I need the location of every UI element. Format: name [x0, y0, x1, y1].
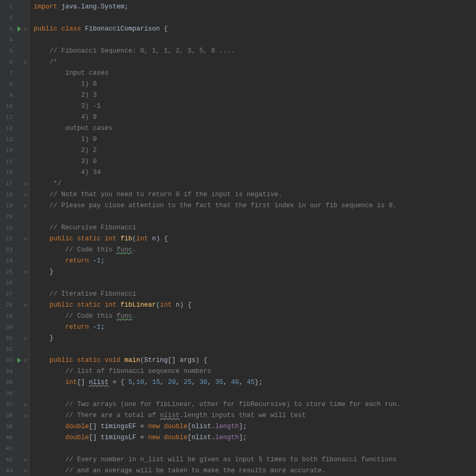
fold-gutter-cell: ⊟	[22, 300, 29, 311]
code-line[interactable]: int[] nlist = { 5,10, 15, 20, 25, 30, 35…	[34, 377, 476, 388]
code-line[interactable]: }	[34, 333, 476, 344]
fold-gutter-cell	[22, 289, 29, 300]
code-line[interactable]: 3) 0	[34, 156, 476, 167]
line-number: 11	[0, 112, 22, 123]
line-number: 40	[0, 432, 22, 443]
code-line[interactable]: double[] timingsEF = new double[nlist.le…	[34, 421, 476, 432]
code-line[interactable]: // Fibonacci Sequence: 0, 1, 1, 2, 3, 5,…	[34, 46, 476, 57]
code-line[interactable]: // Please pay close attention to the fac…	[34, 200, 476, 211]
code-line[interactable]: // There are a total of nlist.length inp…	[34, 410, 476, 421]
code-line[interactable]: /*	[34, 57, 476, 68]
fold-close-icon[interactable]: ⊟	[23, 204, 28, 208]
fold-open-icon[interactable]: ⊟	[23, 303, 28, 308]
fold-open-icon[interactable]: ⊟	[23, 193, 28, 197]
fold-close-icon[interactable]: ⊟	[23, 336, 28, 341]
fold-gutter-cell	[22, 2, 29, 13]
fold-open-icon[interactable]: ⊟	[23, 358, 28, 363]
code-line[interactable]: 1) 0	[34, 134, 476, 145]
fold-gutter-cell	[22, 79, 29, 90]
fold-gutter-cell	[22, 432, 29, 443]
fold-gutter: ⊟⊟⊟⊟⊟⊟⊟⊟⊟⊟⊟⊟⊟⊟	[22, 0, 29, 476]
code-line[interactable]	[34, 443, 476, 454]
fold-close-icon[interactable]: ⊟	[23, 181, 28, 186]
line-number: 4	[0, 35, 22, 46]
run-gutter-icon[interactable]	[17, 358, 21, 363]
fold-gutter-cell	[22, 167, 29, 178]
code-line[interactable]: // Recursive Fibonacci	[34, 222, 476, 234]
line-number: 24	[0, 256, 22, 267]
code-line[interactable]	[34, 278, 476, 289]
code-line[interactable]: */	[34, 178, 476, 189]
code-line[interactable]: 1) 0	[34, 79, 476, 90]
code-line[interactable]: // Code this func.	[34, 245, 476, 256]
code-area[interactable]: import java.lang.System;public class Fib…	[29, 0, 476, 476]
code-editor: 1234567891011121314151617181920212223242…	[0, 0, 476, 476]
fold-gutter-cell: ⊟	[22, 200, 29, 211]
code-line[interactable]: // and an average will be taken to make …	[34, 465, 476, 476]
fold-open-icon[interactable]: ⊟	[23, 402, 28, 407]
fold-gutter-cell: ⊟	[22, 465, 29, 476]
fold-gutter-cell	[22, 211, 29, 222]
fold-open-icon[interactable]: ⊟	[23, 27, 28, 32]
line-number: 22	[0, 234, 22, 245]
fold-gutter-cell	[22, 123, 29, 134]
fold-gutter-cell	[22, 46, 29, 57]
code-line[interactable]	[34, 13, 476, 24]
fold-open-icon[interactable]: ⊟	[23, 458, 28, 462]
code-line[interactable]	[34, 35, 476, 46]
run-gutter-icon[interactable]	[17, 26, 21, 32]
line-number: 31	[0, 333, 22, 344]
code-line[interactable]: double[] timingsLF = new double[nlist.le…	[34, 432, 476, 443]
code-line[interactable]	[34, 388, 476, 399]
line-number: 43	[0, 465, 22, 476]
line-number: 21	[0, 222, 22, 234]
line-number: 8	[0, 79, 22, 90]
line-number: 38	[0, 410, 22, 421]
code-line[interactable]: // Two arrays (one for fibLinear, other …	[34, 399, 476, 410]
line-number-gutter: 1234567891011121314151617181920212223242…	[0, 0, 22, 476]
code-line[interactable]: 2) 3	[34, 90, 476, 101]
code-line[interactable]: // Iterative Fibonacci	[34, 289, 476, 300]
code-line[interactable]: input cases	[34, 68, 476, 79]
fold-close-icon[interactable]: ⊟	[23, 413, 28, 418]
fold-gutter-cell	[22, 134, 29, 145]
fold-gutter-cell	[22, 256, 29, 267]
code-line[interactable]: public static int fibLinear(int n) {	[34, 300, 476, 311]
code-line[interactable]: return -1;	[34, 256, 476, 267]
code-line[interactable]: // Every number in n_list will be given …	[34, 454, 476, 465]
line-number: 5	[0, 46, 22, 57]
fold-open-icon[interactable]: ⊟	[23, 60, 28, 65]
line-number: 3	[0, 24, 22, 35]
line-number: 39	[0, 421, 22, 432]
fold-open-icon[interactable]: ⊟	[23, 237, 28, 241]
line-number: 37	[0, 399, 22, 410]
code-line[interactable]	[34, 344, 476, 355]
fold-close-icon[interactable]: ⊟	[23, 469, 28, 473]
code-line[interactable]: 3) -1	[34, 101, 476, 112]
fold-gutter-cell	[22, 278, 29, 289]
fold-close-icon[interactable]: ⊟	[23, 270, 28, 275]
code-line[interactable]: public static int fib(int n) {	[34, 234, 476, 245]
code-line[interactable]	[34, 211, 476, 222]
code-line[interactable]: import java.lang.System;	[34, 2, 476, 13]
code-line[interactable]: public static void main(String[] args) {	[34, 355, 476, 366]
fold-gutter-cell	[22, 344, 29, 355]
line-number: 6	[0, 57, 22, 68]
code-line[interactable]: public class FibonacciComparison {	[34, 24, 476, 35]
fold-gutter-cell	[22, 388, 29, 399]
fold-gutter-cell	[22, 366, 29, 377]
code-line[interactable]: 4) 34	[34, 167, 476, 178]
code-line[interactable]: 4) 9	[34, 112, 476, 123]
code-line[interactable]: // Code this func.	[34, 311, 476, 322]
code-line[interactable]: // Note that you need to return 0 if the…	[34, 189, 476, 200]
line-number: 42	[0, 454, 22, 465]
code-line[interactable]: return -1;	[34, 322, 476, 333]
code-line[interactable]: }	[34, 267, 476, 278]
code-line[interactable]: 2) 2	[34, 145, 476, 156]
line-number: 7	[0, 68, 22, 79]
code-line[interactable]: // list of fibonacci sequence numbers	[34, 366, 476, 377]
line-number: 28	[0, 300, 22, 311]
line-number: 9	[0, 90, 22, 101]
code-line[interactable]: output cases	[34, 123, 476, 134]
fold-gutter-cell: ⊟	[22, 234, 29, 245]
